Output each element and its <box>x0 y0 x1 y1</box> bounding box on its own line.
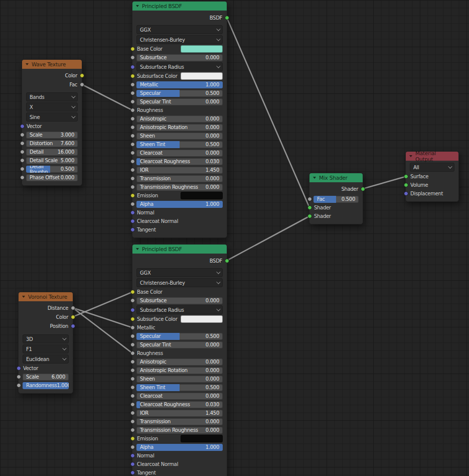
detail-scale-socket[interactable] <box>20 158 25 163</box>
sheen-tint-slider[interactable]: Sheen Tint0.500 <box>136 384 223 391</box>
ior-socket[interactable] <box>130 411 135 415</box>
subsurface-color-socket[interactable] <box>130 317 135 321</box>
clearcoat-roughness-socket[interactable] <box>130 159 135 164</box>
shader-socket[interactable] <box>307 214 312 218</box>
transmission-roughness-socket[interactable] <box>130 185 135 189</box>
fac-socket[interactable] <box>80 82 84 87</box>
distortion-slider[interactable]: Distortion7.600 <box>26 140 78 147</box>
all-dropdown[interactable]: All <box>410 163 454 172</box>
detail-scale-slider[interactable]: Detail Scale5.000 <box>26 157 78 164</box>
emission-socket[interactable] <box>130 436 135 441</box>
mix-node[interactable]: Mix ShaderShaderFac0.500ShaderShader <box>309 173 363 224</box>
subsurface-socket[interactable] <box>130 298 135 303</box>
base-color-swatch[interactable] <box>181 45 223 53</box>
alpha-socket[interactable] <box>130 445 135 449</box>
bsdf-socket[interactable] <box>225 259 229 263</box>
anisotropic-rotation-socket[interactable] <box>130 125 135 130</box>
randomness-socket[interactable] <box>17 383 21 388</box>
color-socket[interactable] <box>80 73 84 78</box>
detail-slider[interactable]: Detail16.000 <box>26 149 78 156</box>
ggx-dropdown[interactable]: GGX <box>136 25 223 34</box>
displacement-socket[interactable] <box>404 191 408 196</box>
clearcoat-roughness-socket[interactable] <box>130 402 135 407</box>
node-header[interactable]: Wave Texture <box>22 60 82 69</box>
sheen-tint-socket[interactable] <box>130 385 135 390</box>
normal-socket[interactable] <box>130 210 135 215</box>
collapse-icon[interactable] <box>409 155 412 157</box>
bsdf-socket[interactable] <box>225 16 229 20</box>
scale-slider[interactable]: Scale6.000 <box>23 374 69 381</box>
color-socket[interactable] <box>71 315 75 319</box>
sheen-slider[interactable]: Sheen0.000 <box>136 376 223 383</box>
transmission-socket[interactable] <box>130 419 135 424</box>
detail-roughn-socket[interactable] <box>20 167 25 171</box>
collapse-icon[interactable] <box>26 63 29 65</box>
node-editor-canvas[interactable]: Wave TextureColorFacBandsXSineVectorScal… <box>0 0 469 476</box>
specular-tint-slider[interactable]: Specular Tint0.000 <box>136 341 223 348</box>
transmission-roughness-socket[interactable] <box>130 428 135 432</box>
detail-socket[interactable] <box>20 150 25 154</box>
fac-slider[interactable]: Fac0.500 <box>314 196 359 203</box>
sheen-socket[interactable] <box>130 134 135 138</box>
sine-dropdown[interactable]: Sine <box>26 112 78 122</box>
subsurface-radius-socket[interactable] <box>130 65 135 69</box>
base-color-socket[interactable] <box>130 47 135 51</box>
output-node[interactable]: Material OutputAllSurfaceVolumeDisplacem… <box>405 151 459 202</box>
metallic-socket[interactable] <box>130 82 135 87</box>
emission-swatch[interactable] <box>181 192 223 199</box>
collapse-icon[interactable] <box>313 177 316 179</box>
clearcoat-roughness-slider[interactable]: Clearcoat Roughness0.030 <box>136 401 223 408</box>
specular-tint-socket[interactable] <box>130 342 135 347</box>
specular-socket[interactable] <box>130 334 135 338</box>
node-header[interactable]: Voronoi Texture <box>19 292 73 301</box>
node-header[interactable]: Material Output <box>406 152 458 161</box>
node-header[interactable]: Mix Shader <box>309 173 363 182</box>
bands-dropdown[interactable]: Bands <box>26 92 78 101</box>
collapse-icon[interactable] <box>22 296 25 298</box>
shader-socket[interactable] <box>361 187 365 191</box>
vector-socket[interactable] <box>17 366 21 371</box>
metallic-socket[interactable] <box>130 325 135 330</box>
anisotropic-rotation-slider[interactable]: Anisotropic Rotation0.000 <box>136 124 223 131</box>
anisotropic-socket[interactable] <box>130 116 135 121</box>
tangent-socket[interactable] <box>130 470 135 475</box>
sheen-tint-slider[interactable]: Sheen Tint0.500 <box>136 141 223 148</box>
clearcoat-socket[interactable] <box>130 151 135 155</box>
node-header[interactable]: Principled BSDF <box>132 245 227 254</box>
transmission-roughness-slider[interactable]: Transmission Roughness0.000 <box>136 184 223 191</box>
fac-socket[interactable] <box>307 197 312 201</box>
clearcoat-slider[interactable]: Clearcoat0.000 <box>136 150 223 157</box>
collapse-icon[interactable] <box>136 248 139 250</box>
subsurface-radius-dropdown[interactable]: Subsurface Radius <box>136 62 223 71</box>
scale-socket[interactable] <box>20 133 25 137</box>
transmission-slider[interactable]: Transmission0.000 <box>136 418 223 425</box>
alpha-slider[interactable]: Alpha1.000 <box>136 444 223 451</box>
anisotropic-slider[interactable]: Anisotropic0.000 <box>136 359 223 366</box>
subsurface-slider[interactable]: Subsurface0.000 <box>136 297 223 304</box>
transmission-slider[interactable]: Transmission0.000 <box>136 175 223 182</box>
distance-socket[interactable] <box>71 306 75 310</box>
phase-offset-socket[interactable] <box>20 175 25 180</box>
x-dropdown[interactable]: X <box>26 102 78 111</box>
metallic-slider[interactable]: Metallic1.000 <box>136 81 223 88</box>
anisotropic-socket[interactable] <box>130 360 135 364</box>
specular-tint-slider[interactable]: Specular Tint0.000 <box>136 98 223 105</box>
node-header[interactable]: Principled BSDF <box>132 2 227 11</box>
distortion-socket[interactable] <box>20 141 25 146</box>
specular-tint-socket[interactable] <box>130 99 135 104</box>
collapse-icon[interactable] <box>136 5 139 7</box>
clearcoat-normal-socket[interactable] <box>130 462 135 466</box>
subsurface-color-swatch[interactable] <box>181 72 223 80</box>
subsurface-socket[interactable] <box>130 55 135 60</box>
base-color-socket[interactable] <box>130 290 135 294</box>
scale-socket[interactable] <box>17 375 21 379</box>
bsdf1-node[interactable]: Principled BSDFBSDFGGXChristensen-Burley… <box>132 1 227 238</box>
anisotropic-rotation-socket[interactable] <box>130 368 135 373</box>
clearcoat-socket[interactable] <box>130 394 135 398</box>
subsurface-color-swatch[interactable] <box>181 315 223 323</box>
normal-socket[interactable] <box>130 453 135 458</box>
roughness-socket[interactable] <box>130 108 135 112</box>
randomness-slider[interactable]: Randomness1.000 <box>23 382 69 389</box>
specular-socket[interactable] <box>130 91 135 95</box>
sheen-socket[interactable] <box>130 377 135 381</box>
